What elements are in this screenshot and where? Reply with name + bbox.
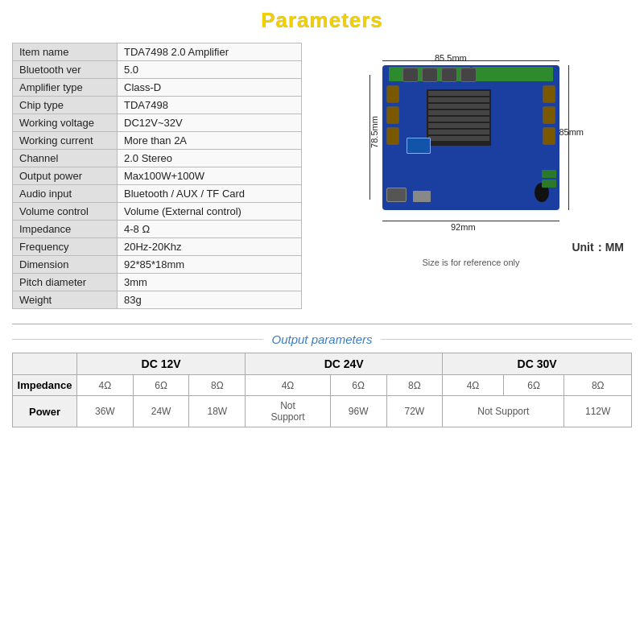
output-title: Output parameters [271, 332, 372, 346]
table-row: Amplifier typeClass-D [13, 79, 302, 97]
pwr-not-support-2: Not Support [443, 396, 564, 427]
spec-value: Bluetooth / AUX / TF Card [118, 185, 302, 203]
spec-label: Amplifier type [13, 79, 118, 97]
pwr-96w: 96W [330, 396, 386, 427]
pwr-18w: 18W [189, 396, 246, 427]
dim-top-label: 85.5mm [435, 53, 467, 63]
dim-bottom-line [382, 221, 559, 221]
imp-8ohm-1: 8Ω [189, 375, 246, 396]
header-dc30: DC 30V [443, 353, 632, 375]
dim-left-label: 78.5mm [369, 116, 379, 148]
table-row: Channel2.0 Stereo [13, 150, 302, 167]
dim-right-line [568, 65, 569, 210]
power-label: Power [13, 396, 77, 427]
pwr-36w: 36W [77, 396, 134, 427]
imp-4ohm-3: 4Ω [443, 375, 504, 396]
table-row: Item nameTDA7498 2.0 Amplifier [13, 43, 302, 61]
spec-label: Impedance [13, 221, 118, 238]
imp-8ohm-3: 8Ω [564, 375, 632, 396]
table-row: Bluetooth ver5.0 [13, 61, 302, 79]
pwr-112w: 112W [564, 396, 632, 427]
table-row: Audio inputBluetooth / AUX / TF Card [13, 185, 302, 203]
spec-value: 2.0 Stereo [118, 150, 302, 167]
imp-4ohm-1: 4Ω [77, 375, 134, 396]
spec-value: 20Hz-20Khz [118, 238, 302, 256]
dim-top-line [382, 60, 559, 61]
spec-value: 83g [118, 291, 302, 309]
spec-value: More than 2A [118, 132, 302, 150]
imp-4ohm-2: 4Ω [246, 375, 331, 396]
spec-label: Volume control [13, 203, 118, 221]
header-dc24: DC 24V [246, 353, 443, 375]
page-title: Parameters [12, 8, 632, 33]
spec-value: Volume (External control) [118, 203, 302, 221]
spec-label: Working current [13, 132, 118, 150]
power-row: Power 36W 24W 18W NotSupport 96W 72W Not… [13, 396, 632, 427]
board-diagram: 85.5mm 85mm 78.5mm 92mm Φ3mm [310, 43, 632, 309]
table-row: Chip typeTDA7498 [13, 97, 302, 114]
spec-label: Item name [13, 43, 118, 61]
table-row: Impedance4-8 Ω [13, 221, 302, 238]
imp-6ohm-2: 6Ω [330, 375, 386, 396]
spec-value: 4-8 Ω [118, 221, 302, 238]
spec-label: Working voltage [13, 114, 118, 132]
spec-label: Pitch diameter [13, 274, 118, 291]
title-line-right [381, 339, 632, 340]
output-section: Output parameters DC 12V DC 24V DC 30V I… [12, 324, 632, 427]
imp-6ohm-3: 6Ω [503, 375, 564, 396]
title-line-left [12, 339, 263, 340]
imp-8ohm-2: 8Ω [386, 375, 443, 396]
dim-right-label: 85mm [559, 127, 584, 137]
spec-value: 5.0 [118, 61, 302, 79]
pwr-not-support-1: NotSupport [246, 396, 331, 427]
specs-table: Item nameTDA7498 2.0 AmplifierBluetooth … [12, 43, 302, 309]
header-dc12: DC 12V [77, 353, 246, 375]
spec-label: Frequency [13, 238, 118, 256]
table-row: Dimension92*85*18mm [13, 256, 302, 274]
imp-6ohm-1: 6Ω [133, 375, 189, 396]
spec-label: Weight [13, 291, 118, 309]
spec-label: Chip type [13, 97, 118, 114]
size-note: Size is for reference only [422, 258, 519, 267]
spec-value: DC12V~32V [118, 114, 302, 132]
spec-value: Class-D [118, 79, 302, 97]
spec-value: 3mm [118, 274, 302, 291]
table-row: Volume controlVolume (External control) [13, 203, 302, 221]
impedance-label: Impedance [13, 375, 77, 396]
table-row: Working voltageDC12V~32V [13, 114, 302, 132]
spec-value: TDA7498 [118, 97, 302, 114]
impedance-row: Impedance 4Ω 6Ω 8Ω 4Ω 6Ω 8Ω 4Ω 6Ω 8Ω [13, 375, 632, 396]
spec-label: Channel [13, 150, 118, 167]
board-image [382, 65, 559, 210]
pwr-24w: 24W [133, 396, 189, 427]
output-header-row: DC 12V DC 24V DC 30V [13, 353, 632, 375]
spec-label: Dimension [13, 256, 118, 274]
spec-value: 92*85*18mm [118, 256, 302, 274]
output-table: DC 12V DC 24V DC 30V Impedance 4Ω 6Ω 8Ω … [12, 353, 632, 427]
dim-bottom-label: 92mm [451, 222, 476, 232]
spec-label: Output power [13, 167, 118, 185]
table-row: Output powerMax100W+100W [13, 167, 302, 185]
table-row: Working currentMore than 2A [13, 132, 302, 150]
spec-label: Audio input [13, 185, 118, 203]
header-col0 [13, 353, 77, 375]
table-row: Weight83g [13, 291, 302, 309]
spec-value: Max100W+100W [118, 167, 302, 185]
table-row: Pitch diameter3mm [13, 274, 302, 291]
spec-label: Bluetooth ver [13, 61, 118, 79]
table-row: Frequency20Hz-20Khz [13, 238, 302, 256]
spec-value: TDA7498 2.0 Amplifier [118, 43, 302, 61]
pwr-72w: 72W [386, 396, 443, 427]
unit-label: Unit：MM [572, 241, 624, 255]
